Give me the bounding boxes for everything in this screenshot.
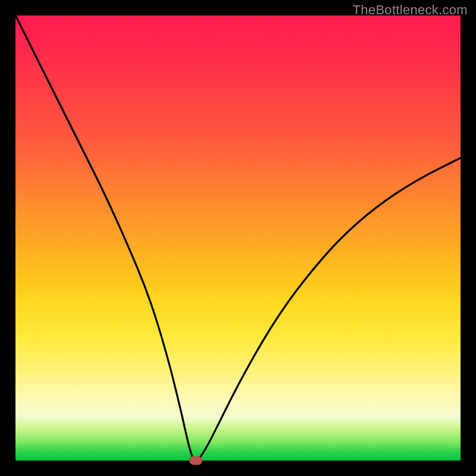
optimal-point-marker	[189, 456, 202, 465]
chart-frame: TheBottleneck.com	[0, 0, 476, 476]
plot-area	[15, 15, 461, 461]
bottleneck-curve	[15, 15, 461, 461]
